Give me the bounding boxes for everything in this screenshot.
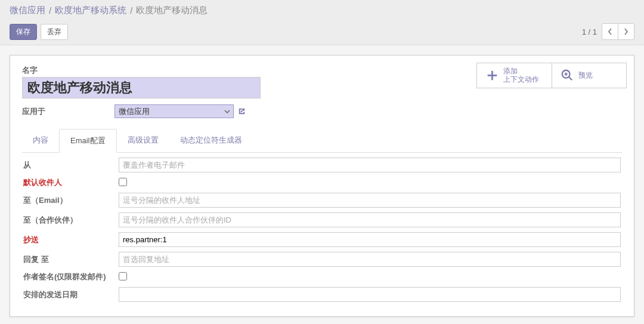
cc-label: 抄送 xyxy=(22,230,117,249)
breadcrumb-sep: / xyxy=(130,5,132,16)
from-input[interactable] xyxy=(119,158,621,172)
stat-btn-line2: 上下文动作 xyxy=(503,75,539,84)
stat-btn-label: 预览 xyxy=(578,71,593,79)
tab-content[interactable]: 内容 xyxy=(22,129,59,152)
chevron-left-icon xyxy=(608,28,612,35)
add-context-action-button[interactable]: 添加 上下文动作 xyxy=(477,63,552,88)
name-input[interactable] xyxy=(22,77,261,98)
default-recipient-label: 默认收件人 xyxy=(22,175,117,190)
author-signature-checkbox[interactable] xyxy=(119,272,127,280)
cc-input[interactable] xyxy=(119,232,621,247)
applies-to-label: 应用于 xyxy=(22,106,114,117)
tab-bar: 内容 Email配置 高级设置 动态定位符生成器 xyxy=(22,129,622,153)
pager-prev-button[interactable] xyxy=(602,23,618,40)
breadcrumb-sep: / xyxy=(49,5,51,16)
author-signature-label: 作者签名(仅限群发邮件) xyxy=(22,269,117,285)
to-email-input[interactable] xyxy=(119,193,621,208)
plus-icon xyxy=(485,69,499,82)
default-recipient-checkbox[interactable] xyxy=(119,178,127,186)
pager: 1 / 1 xyxy=(582,23,634,40)
to-partner-input[interactable] xyxy=(119,212,621,227)
from-label: 从 xyxy=(22,155,117,175)
pager-next-button[interactable] xyxy=(618,23,634,40)
to-partner-label: 至（合作伙伴） xyxy=(22,210,117,230)
breadcrumb-root[interactable]: 微信应用 xyxy=(10,5,45,16)
discard-button[interactable]: 丢弃 xyxy=(41,24,68,40)
breadcrumb: 微信应用 / 欧度地产移动系统 / 欧度地产移动消息 xyxy=(10,5,634,16)
external-link-button[interactable] xyxy=(237,107,246,116)
breadcrumb-current: 欧度地产移动消息 xyxy=(136,5,208,16)
schedule-date-label: 安排的发送日期 xyxy=(22,285,117,304)
chevron-right-icon xyxy=(624,28,628,35)
tab-dynamic-generator[interactable]: 动态定位符生成器 xyxy=(169,129,253,152)
tab-advanced[interactable]: 高级设置 xyxy=(117,129,169,152)
stat-btn-line1: 添加 xyxy=(503,67,539,75)
to-email-label: 至（Email） xyxy=(22,190,117,210)
external-link-icon xyxy=(237,107,246,116)
save-button[interactable]: 保存 xyxy=(10,24,37,40)
pager-value: 1 / 1 xyxy=(582,27,597,36)
applies-to-select[interactable] xyxy=(114,104,234,118)
schedule-date-input[interactable] xyxy=(119,287,621,302)
reply-to-input[interactable] xyxy=(119,252,621,267)
tab-email-config[interactable]: Email配置 xyxy=(59,129,117,153)
breadcrumb-parent[interactable]: 欧度地产移动系统 xyxy=(55,5,126,16)
reply-to-label: 回复 至 xyxy=(22,249,117,269)
preview-button[interactable]: 预览 xyxy=(552,63,626,88)
magnify-plus-icon xyxy=(561,69,574,82)
